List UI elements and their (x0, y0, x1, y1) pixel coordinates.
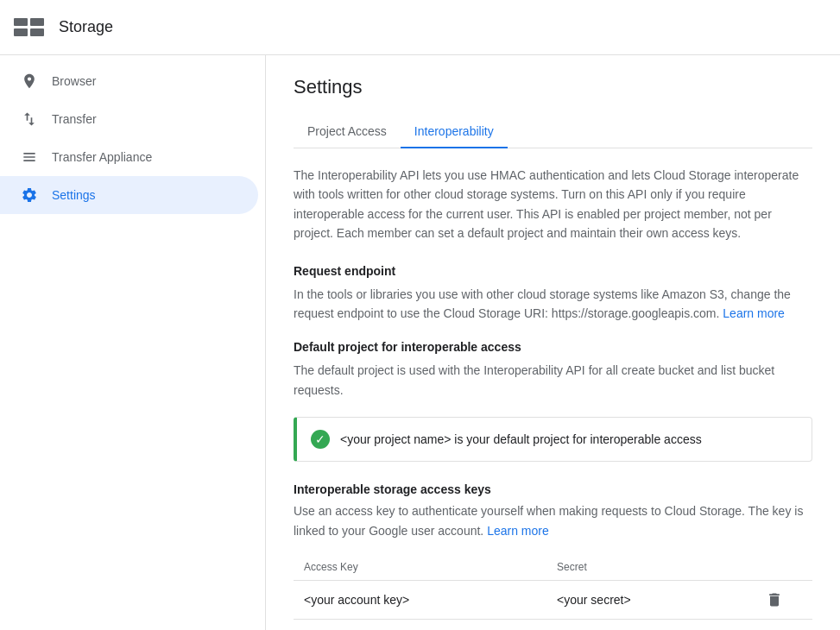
request-endpoint-body: In the tools or libraries you use with o… (294, 287, 791, 320)
sidebar-settings-label: Settings (52, 188, 96, 202)
col-secret: Secret (546, 554, 736, 581)
sidebar-item-browser[interactable]: Browser (0, 62, 258, 100)
page-title: Settings (294, 76, 812, 98)
request-endpoint-section: Request endpoint In the tools or librari… (294, 264, 812, 324)
top-bar: Storage (0, 0, 840, 55)
default-project-title: Default project for interoperable access (294, 340, 812, 354)
interoperability-panel: The Interoperability API lets you use HM… (294, 166, 812, 630)
check-icon: ✓ (311, 430, 330, 449)
sidebar-item-transfer[interactable]: Transfer (0, 100, 258, 138)
default-project-box-text: <your project name> is your default proj… (340, 432, 702, 446)
sidebar-appliance-label: Transfer Appliance (52, 150, 152, 164)
browser-icon (21, 72, 38, 90)
default-project-text: The default project is used with the Int… (294, 361, 812, 400)
access-keys-section: Interoperable storage access keys Use an… (294, 482, 812, 630)
transfer-icon (21, 110, 38, 128)
sidebar-browser-label: Browser (52, 74, 96, 88)
appliance-icon (21, 148, 38, 166)
delete-key-icon[interactable] (747, 591, 802, 608)
content-area: Settings Project Access Interoperability… (266, 55, 840, 630)
tab-interoperability[interactable]: Interoperability (401, 116, 508, 148)
default-project-box: ✓ <your project name> is your default pr… (294, 417, 812, 462)
access-keys-table: Access Key Secret <your account key> <yo… (294, 554, 812, 620)
request-endpoint-text: In the tools or libraries you use with o… (294, 285, 812, 324)
access-keys-learn-more[interactable]: Learn more (487, 524, 549, 538)
default-project-section: Default project for interoperable access… (294, 340, 812, 462)
tabs-bar: Project Access Interoperability (294, 116, 812, 148)
table-row: <your account key> <your secret> (294, 580, 812, 619)
settings-icon (21, 186, 38, 204)
request-endpoint-title: Request endpoint (294, 264, 812, 278)
storage-icon (14, 14, 48, 41)
access-keys-desc: Use an access key to authenticate yourse… (294, 501, 812, 540)
request-endpoint-learn-more[interactable]: Learn more (723, 306, 785, 320)
sidebar: Browser Transfer Transfer Appliance (0, 55, 266, 630)
app-logo: Storage (14, 14, 113, 41)
sidebar-transfer-label: Transfer (52, 112, 97, 126)
secret-value: <your secret> (546, 580, 736, 619)
delete-cell[interactable] (736, 580, 812, 619)
access-keys-title: Interoperable storage access keys (294, 482, 812, 496)
sidebar-item-transfer-appliance[interactable]: Transfer Appliance (0, 138, 258, 176)
col-access-key: Access Key (294, 554, 546, 581)
col-actions (736, 554, 812, 581)
tab-project-access[interactable]: Project Access (294, 116, 401, 148)
intro-description: The Interoperability API lets you use HM… (294, 166, 812, 243)
access-key-value: <your account key> (294, 580, 546, 619)
app-title: Storage (59, 18, 113, 36)
sidebar-item-settings[interactable]: Settings (0, 176, 258, 214)
main-layout: Browser Transfer Transfer Appliance (0, 55, 840, 630)
